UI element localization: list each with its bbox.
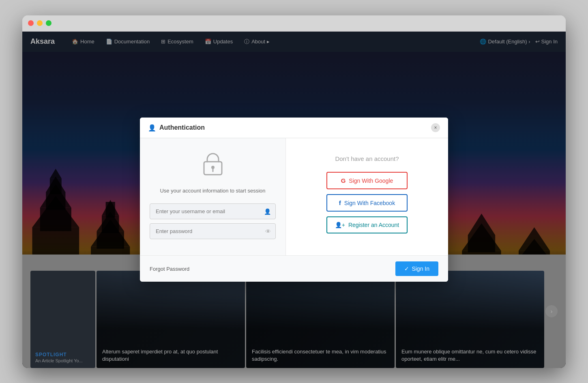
modal-right-panel: Don't have an account? G Sign With Googl… [286, 138, 448, 255]
no-account-text: Don't have an account? [335, 155, 399, 162]
modal-left-panel: Use your account information to start se… [140, 138, 286, 255]
signin-button[interactable]: ✓ Sign In [395, 261, 438, 276]
modal-title: 👤 Authentication [148, 124, 205, 132]
password-input[interactable] [150, 223, 276, 239]
register-icon: 👤+ [335, 222, 345, 228]
google-icon: G [341, 177, 346, 184]
modal-header: 👤 Authentication × [140, 118, 448, 138]
checkmark-icon: ✓ [404, 265, 409, 272]
mac-window: Aksara 🏠 Home 📄 Documentation ⊞ Ecosyste… [22, 15, 566, 368]
lock-icon [200, 150, 226, 181]
modal-close-button[interactable]: × [431, 123, 440, 132]
username-input[interactable] [150, 203, 276, 219]
password-field: 👁 [150, 223, 276, 239]
password-field-icon: 👁 [265, 228, 271, 235]
facebook-signin-button[interactable]: f Sign With Facebook [326, 194, 408, 212]
fullscreen-button[interactable] [46, 20, 52, 26]
lock-icon-wrapper [150, 150, 276, 181]
minimize-button[interactable] [37, 20, 43, 26]
browser-content: Aksara 🏠 Home 📄 Documentation ⊞ Ecosyste… [22, 32, 566, 368]
modal-description: Use your account information to start se… [150, 188, 276, 194]
register-account-button[interactable]: 👤+ Register an Account [326, 216, 408, 233]
auth-icon: 👤 [148, 124, 156, 132]
title-bar [22, 15, 566, 32]
auth-modal: 👤 Authentication × [140, 118, 448, 282]
user-field-icon: 👤 [264, 208, 271, 215]
traffic-lights [28, 20, 52, 26]
username-field: 👤 [150, 203, 276, 219]
modal-body: Use your account information to start se… [140, 138, 448, 255]
modal-overlay: 👤 Authentication × [22, 32, 566, 368]
google-signin-button[interactable]: G Sign With Google [326, 172, 408, 189]
close-button[interactable] [28, 20, 34, 26]
forgot-password-link[interactable]: Forgot Password [150, 266, 189, 272]
facebook-icon: f [339, 199, 341, 206]
modal-footer: Forgot Password ✓ Sign In [140, 255, 448, 282]
